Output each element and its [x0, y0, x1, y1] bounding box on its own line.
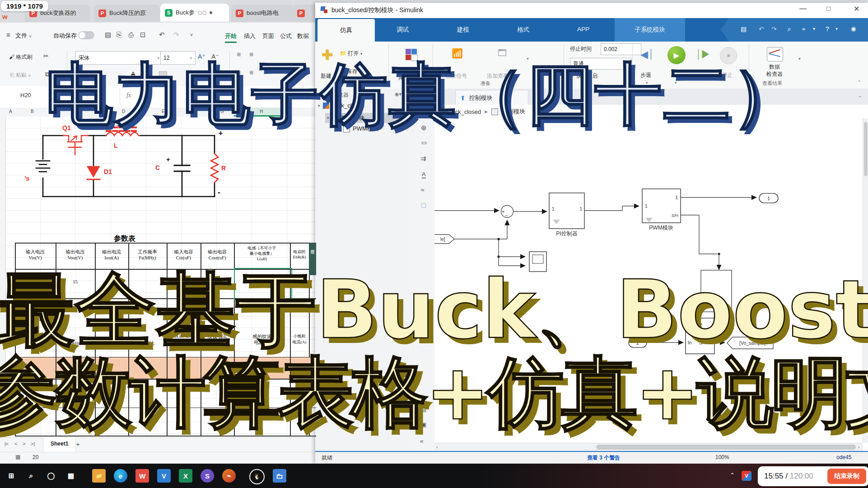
design-app-icon[interactable]: S	[201, 469, 214, 483]
wps-tab-4[interactable]: P boost电路电	[231, 5, 294, 22]
taskbar	[0, 464, 868, 488]
area-box-icon[interactable]: ▢	[421, 202, 426, 208]
svg-text:1: 1	[552, 206, 555, 211]
tab-subsystem-block[interactable]: 子系统模块	[615, 18, 685, 42]
svg-text:L: L	[114, 142, 118, 149]
annotation-icon[interactable]: A	[422, 171, 426, 178]
paste-button[interactable]: ⎗ 粘贴 ∨	[10, 71, 31, 79]
svg-text:1: 1	[767, 196, 770, 201]
status-warnings-link[interactable]: 查看 3 个警告	[587, 454, 620, 462]
caption-line-3: 参数计算表格+仿真+说明文档	[0, 342, 868, 445]
qa-help-icon[interactable]: ?	[826, 25, 829, 33]
signal-viewer-icon[interactable]: ≈	[421, 186, 425, 193]
recording-time: 15:55 / 120:00	[764, 472, 813, 481]
tray-expand-icon[interactable]: ⌃	[730, 472, 735, 479]
svg-text:S/H: S/H	[672, 213, 678, 218]
svg-text:R: R	[221, 164, 226, 172]
svg-text:D1: D1	[104, 168, 112, 175]
start-button[interactable]: ⊞	[5, 469, 18, 483]
table-title: 参数表	[114, 234, 135, 244]
qa-help-caret-icon[interactable]: ▾	[835, 26, 838, 31]
unsaved-dot	[210, 11, 212, 14]
qa-updates-icon[interactable]: ◉	[851, 25, 856, 32]
print-icon[interactable]: ⎙	[128, 31, 134, 39]
status-solver: ode45	[836, 454, 851, 460]
maximize-button[interactable]: □	[826, 5, 831, 12]
svg-text:PWM模块: PWM模块	[649, 225, 673, 231]
doc-bar-caret-icon[interactable]: ⌄	[858, 93, 862, 98]
wps-tab-active[interactable]: S Buck参	[160, 4, 229, 22]
qa-undo-icon[interactable]: ↶	[759, 25, 764, 33]
qa-search-icon[interactable]: ⌕	[788, 25, 791, 33]
status-cell-value: 20	[33, 454, 38, 460]
save-icon[interactable]: ▤	[105, 31, 111, 39]
undo-icon[interactable]: ↶	[159, 31, 165, 39]
export-icon[interactable]: ⎘	[117, 31, 122, 39]
cortana-icon[interactable]: ◯	[44, 469, 58, 483]
stop-recording-button[interactable]: 结束录制	[827, 469, 866, 484]
redo-icon[interactable]: ↷	[173, 31, 179, 39]
recorder-tray-icon[interactable]: V	[742, 471, 751, 481]
qa-more-icon[interactable]: »	[802, 25, 805, 32]
window-title: buck_closed/控制模块 - Simulink	[331, 6, 423, 14]
autosave-label: 自动保存	[53, 32, 77, 40]
wps-app-icon[interactable]: W	[135, 469, 149, 483]
hamburger-icon[interactable]: ≡	[6, 31, 10, 38]
ribbon-tab-data[interactable]: 数据	[297, 32, 309, 40]
qa-redo-icon[interactable]: ↷	[771, 25, 777, 33]
file-menu[interactable]: 文件 ∨	[15, 32, 32, 40]
grid-mode-icon[interactable]: ▦	[15, 454, 20, 460]
h-scroll-thumb[interactable]	[596, 445, 856, 450]
svg-text:PI控制器: PI控制器	[556, 230, 577, 237]
task-view-icon[interactable]: ▦	[64, 469, 78, 483]
resolution-badge: 1919 * 1079	[1, 1, 48, 11]
search-icon[interactable]: ⌕	[24, 469, 38, 483]
svg-text:+: +	[502, 209, 504, 214]
svg-text:C: C	[155, 164, 160, 171]
file-explorer-icon[interactable]: 📁	[92, 469, 106, 483]
svg-text:-: -	[218, 188, 220, 197]
pdf-file-icon: P	[236, 9, 243, 17]
ribbon-tab-formula[interactable]: 公式	[280, 32, 292, 40]
v-scroll-thumb[interactable]	[864, 122, 868, 176]
tab-apps[interactable]: APP	[577, 26, 589, 33]
cell-name-box[interactable]: H20	[20, 92, 31, 99]
wps-tab-2[interactable]: P Buck降压的原	[94, 5, 160, 22]
notes-app-icon[interactable]: 🗀	[273, 469, 286, 483]
close-button[interactable]: ✕	[854, 5, 859, 13]
tab-simulation[interactable]: 仿真	[317, 19, 375, 42]
qa-save-icon[interactable]: ▤	[741, 25, 747, 33]
svg-text:Vs: Vs	[25, 175, 29, 182]
svg-text:1: 1	[645, 204, 648, 209]
qq-icon[interactable]: 🐧	[249, 469, 265, 484]
excel-icon[interactable]: X	[179, 469, 192, 483]
tab-modeling[interactable]: 建模	[457, 26, 469, 34]
tab-format[interactable]: 格式	[517, 26, 529, 34]
signal-routing-icon[interactable]: ⇉	[420, 155, 426, 163]
autosave-toggle[interactable]	[78, 31, 94, 39]
svg-text:+: +	[166, 155, 170, 163]
toolstrip-collapse-icon[interactable]: ⌃	[857, 80, 861, 85]
wps-status-bar	[0, 452, 316, 464]
col-B[interactable]: B	[31, 109, 34, 114]
edge-browser-icon[interactable]: e	[114, 469, 127, 483]
ribbon-tab-insert[interactable]: 插入	[244, 32, 256, 40]
svg-text:−: −	[505, 213, 508, 218]
caption-line-1: 电力电子仿真（四十二）	[45, 50, 800, 141]
matlab-icon[interactable]: ⌁	[222, 469, 236, 483]
minimize-button[interactable]: —	[799, 5, 807, 13]
tab-debug[interactable]: 调试	[397, 26, 409, 34]
col-A[interactable]: A	[9, 109, 12, 114]
recording-pill: 15:55 / 120:00 结束录制	[758, 466, 868, 486]
ribbon-tab-page[interactable]: 页面	[262, 32, 274, 40]
chevron-down-icon[interactable]: ∨	[190, 32, 193, 38]
vscode-icon[interactable]: V	[157, 469, 171, 483]
qa-more-caret-icon[interactable]: ▾	[813, 26, 815, 31]
wps-logo[interactable]: w	[2, 13, 8, 20]
simulink-logo-icon	[321, 6, 328, 14]
svg-text:1: 1	[579, 206, 582, 211]
format-painter-button[interactable]: 🖌 格式刷	[9, 53, 32, 61]
ribbon-tab-home[interactable]: 开始	[225, 32, 237, 43]
screen: w P buck变换器的 P Buck降压的原 S Buck参 P boost电…	[0, 0, 868, 488]
print-preview-icon[interactable]: ⊡	[140, 31, 146, 39]
